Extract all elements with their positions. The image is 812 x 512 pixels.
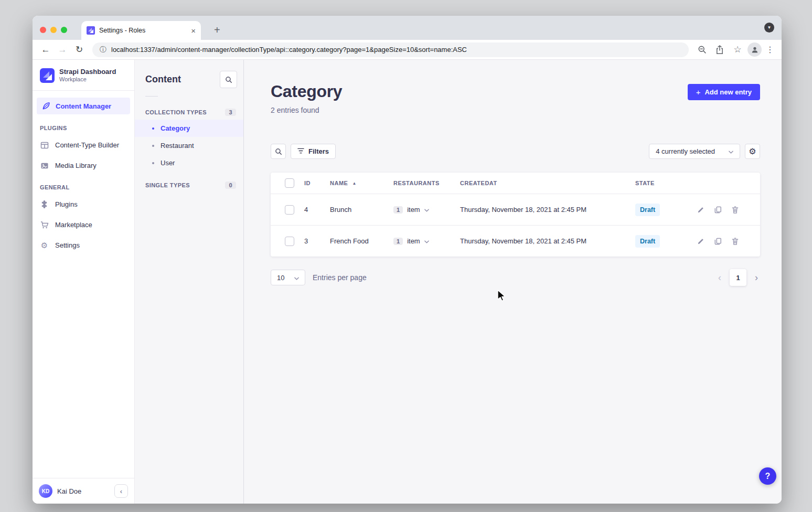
row-checkbox[interactable]: [285, 205, 294, 215]
group-count-badge: 3: [225, 109, 236, 116]
subnav-divider: [145, 96, 158, 97]
site-info-icon[interactable]: ⓘ: [100, 46, 106, 53]
single-types-header: SINGLE TYPES 0: [135, 178, 243, 193]
sidebar-item-plugins[interactable]: Plugins: [33, 194, 134, 215]
chevron-down-icon: [729, 147, 733, 155]
back-button[interactable]: ←: [38, 42, 54, 58]
forward-button[interactable]: →: [55, 42, 70, 58]
bullet-icon: [152, 162, 154, 164]
edit-pencil-icon[interactable]: [697, 206, 704, 214]
restaurants-label: item: [407, 206, 420, 214]
workspace-name: Workplace: [59, 76, 116, 83]
state-badge: Draft: [635, 204, 660, 216]
puzzle-icon: [40, 200, 49, 208]
state-badge: Draft: [635, 235, 660, 248]
sidebar-item-media-library[interactable]: Media Library: [33, 155, 134, 176]
tab-title: Settings - Roles: [99, 27, 187, 34]
share-icon[interactable]: [712, 42, 728, 58]
sidebar-item-content-type-builder[interactable]: Content-Type Builder: [33, 135, 134, 155]
strapi-favicon-icon: [87, 26, 95, 35]
bookmark-star-icon[interactable]: ☆: [730, 42, 745, 58]
sidebar-footer: KD Kai Doe ‹: [33, 478, 134, 504]
table-header-row: ID NAME ▲ RESTAURANTS CREATEDAT STATE: [271, 173, 760, 194]
chevron-down-icon[interactable]: [424, 237, 429, 245]
delete-trash-icon[interactable]: [732, 206, 739, 214]
group-title: COLLECTION TYPES: [145, 109, 207, 115]
column-header-name[interactable]: NAME ▲: [330, 173, 393, 194]
browser-profile-avatar[interactable]: [747, 42, 762, 57]
previous-page-icon[interactable]: ‹: [716, 273, 723, 282]
columns-select[interactable]: 4 currently selected: [649, 144, 740, 159]
delete-trash-icon[interactable]: [732, 238, 739, 245]
new-tab-button[interactable]: +: [210, 24, 225, 36]
subnav-item-label: User: [161, 159, 175, 167]
row-checkbox[interactable]: [285, 237, 294, 246]
restaurants-label: item: [407, 237, 420, 245]
column-header-name-label: NAME: [330, 180, 348, 186]
column-header-state[interactable]: STATE: [635, 173, 696, 194]
zoom-icon[interactable]: [694, 42, 710, 58]
user-name: Kai Doe: [57, 487, 81, 495]
browser-menu-icon[interactable]: ⋮: [764, 45, 776, 55]
layout-grid-icon: [40, 141, 49, 150]
brand-block[interactable]: Strapi Dashboard Workplace: [33, 60, 134, 90]
sidebar-item-label: Plugins: [55, 200, 78, 208]
subnav-item-label: Restaurant: [161, 142, 194, 150]
sidebar-item-label: Media Library: [55, 162, 97, 169]
sidebar-item-settings[interactable]: ⚙ Settings: [33, 235, 134, 255]
cell-name: French Food: [330, 226, 393, 257]
subnav-search-button[interactable]: [220, 71, 237, 88]
close-window-button[interactable]: [40, 27, 46, 33]
sidebar-item-marketplace[interactable]: Marketplace: [33, 215, 134, 235]
subnav-item-category[interactable]: Category: [135, 120, 243, 137]
address-bar[interactable]: ⓘ localhost:1337/admin/content-manager/c…: [92, 42, 689, 57]
desktop-background: Settings - Roles × + ▼ ← → ↻ ⓘ localhost…: [0, 0, 812, 512]
url-text: localhost:1337/admin/content-manager/col…: [111, 46, 467, 54]
filters-button[interactable]: Filters: [291, 144, 336, 159]
select-all-checkbox[interactable]: [285, 178, 294, 188]
table-search-button[interactable]: [271, 144, 286, 159]
close-tab-icon[interactable]: ×: [191, 27, 196, 35]
chevron-down-icon[interactable]: [424, 206, 429, 214]
cell-restaurants[interactable]: 1 item: [393, 237, 460, 245]
page-number-button[interactable]: 1: [730, 269, 746, 286]
window-controls: [40, 27, 67, 33]
main-content: Category 2 entries found + Add new entry: [244, 60, 782, 504]
plus-icon: +: [696, 88, 701, 96]
record-indicator-icon[interactable]: ▼: [764, 23, 774, 33]
add-new-entry-button[interactable]: + Add new entry: [688, 84, 760, 100]
browser-tab[interactable]: Settings - Roles ×: [81, 21, 201, 40]
table-row[interactable]: 4 Brunch 1 item: [271, 194, 760, 226]
subnav-item-user[interactable]: User: [135, 154, 243, 172]
edit-pencil-icon[interactable]: [697, 238, 704, 245]
entries-table: ID NAME ▲ RESTAURANTS CREATEDAT STATE: [271, 173, 760, 257]
cell-createdat: Thursday, November 18, 2021 at 2:45 PM: [460, 194, 635, 226]
refresh-button[interactable]: ↻: [71, 42, 87, 58]
next-page-icon[interactable]: ›: [753, 273, 760, 282]
duplicate-icon[interactable]: [714, 206, 722, 214]
toolbar-actions: ☆ ⋮: [694, 42, 776, 58]
column-header-createdat[interactable]: CREATEDAT: [460, 173, 635, 194]
restaurants-count-badge: 1: [393, 238, 403, 245]
minimize-window-button[interactable]: [50, 27, 57, 33]
entries-per-page-label: Entries per page: [313, 273, 367, 282]
browser-window: Settings - Roles × + ▼ ← → ↻ ⓘ localhost…: [33, 16, 782, 504]
page-size-select[interactable]: 10: [271, 270, 305, 285]
column-header-id[interactable]: ID: [304, 173, 330, 194]
shopping-cart-icon: [40, 221, 49, 229]
zoom-window-button[interactable]: [61, 27, 67, 33]
sidebar-item-label: Settings: [55, 241, 80, 249]
cell-restaurants[interactable]: 1 item: [393, 206, 460, 214]
user-avatar[interactable]: KD: [39, 484, 52, 498]
column-header-restaurants[interactable]: RESTAURANTS: [393, 173, 460, 194]
record-caret-glyph: ▼: [767, 25, 772, 30]
collapse-sidebar-button[interactable]: ‹: [114, 484, 128, 498]
sidebar-divider: [33, 90, 134, 91]
sidebar-item-content-manager[interactable]: Content Manager: [37, 98, 130, 114]
help-button[interactable]: ?: [759, 467, 776, 485]
duplicate-icon[interactable]: [714, 238, 722, 245]
table-settings-button[interactable]: ⚙: [745, 144, 760, 159]
table-row[interactable]: 3 French Food 1 item: [271, 226, 760, 257]
bullet-icon: [152, 127, 154, 130]
subnav-item-restaurant[interactable]: Restaurant: [135, 137, 243, 154]
